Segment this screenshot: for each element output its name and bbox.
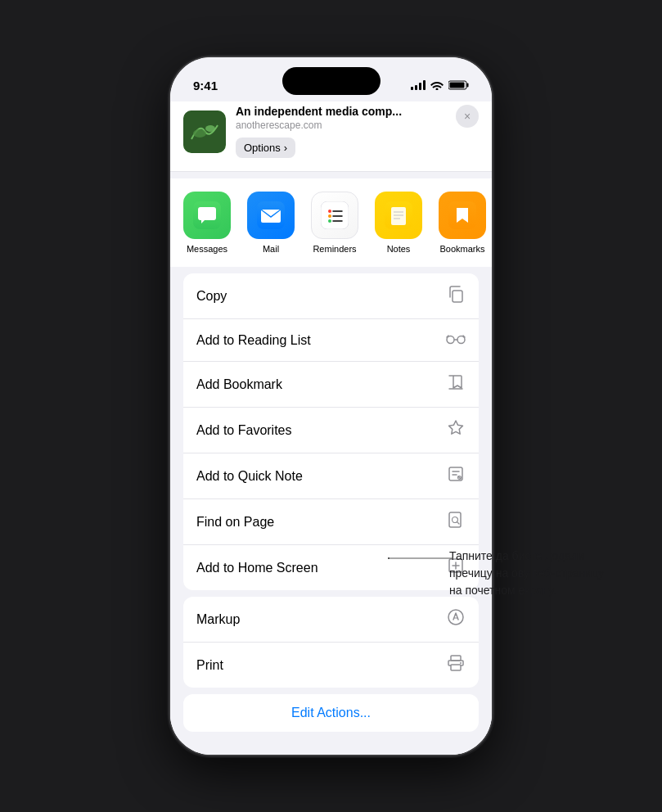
svg-rect-1 <box>467 83 469 88</box>
share-sheet: An independent media comp... anotheresca… <box>170 102 492 755</box>
status-icons <box>411 80 469 90</box>
add-home-screen-action[interactable]: Add to Home Screen <box>183 545 479 590</box>
svg-rect-31 <box>451 656 461 661</box>
site-url: anotherescape.com <box>236 120 479 131</box>
share-header: An independent media comp... anotheresca… <box>170 102 492 172</box>
svg-point-33 <box>460 662 462 664</box>
annotation: Тапните да бисте додали пречицу на ову в… <box>449 548 613 599</box>
status-time: 9:41 <box>193 79 218 92</box>
messages-icon <box>183 192 231 239</box>
copy-icon <box>446 285 466 307</box>
notes-label: Notes <box>387 244 411 254</box>
app-icons-row: Messages Mail <box>170 178 492 267</box>
options-button[interactable]: Options › <box>236 138 295 158</box>
annotation-text: Тапните да бисте додали пречицу на ову в… <box>449 548 613 599</box>
main-content: An independent media comp... anotheresca… <box>170 102 492 755</box>
svg-rect-32 <box>451 665 461 670</box>
site-info: An independent media comp... anotheresca… <box>236 105 479 158</box>
print-action[interactable]: Print <box>183 643 479 688</box>
quick-note-icon <box>446 465 466 487</box>
markup-action[interactable]: Markup <box>183 597 479 643</box>
svg-rect-9 <box>321 201 349 229</box>
annotation-arrow <box>388 557 453 559</box>
add-quick-note-action[interactable]: Add to Quick Note <box>183 453 479 499</box>
svg-rect-17 <box>391 207 406 225</box>
svg-point-5 <box>205 125 215 132</box>
action-list-2: Markup Print <box>183 597 479 688</box>
add-bookmark-action[interactable]: Add Bookmark <box>183 362 479 408</box>
dynamic-island <box>282 67 381 95</box>
svg-point-24 <box>457 336 465 344</box>
add-reading-list-action[interactable]: Add to Reading List <box>183 319 479 362</box>
signal-icon <box>411 80 426 90</box>
svg-rect-22 <box>453 291 462 302</box>
app-icon-notes[interactable]: Notes <box>375 192 422 254</box>
svg-point-10 <box>328 210 331 213</box>
svg-point-30 <box>448 610 463 625</box>
reminders-icon <box>311 192 358 239</box>
glasses-icon <box>446 331 466 350</box>
edit-actions-container: Edit Actions... <box>183 694 479 732</box>
more-label: Bookmarks <box>439 244 484 254</box>
mail-label: Mail <box>263 244 279 254</box>
phone-frame: 9:41 <box>170 57 492 755</box>
notes-icon <box>375 192 422 239</box>
battery-icon <box>448 80 469 90</box>
wifi-icon <box>430 80 444 90</box>
more-icon <box>439 192 486 239</box>
reminders-label: Reminders <box>313 244 356 254</box>
app-icon-more[interactable]: Bookmarks <box>439 192 486 254</box>
copy-action[interactable]: Copy <box>183 273 479 319</box>
svg-point-12 <box>328 214 331 218</box>
star-icon <box>446 419 466 441</box>
svg-rect-2 <box>450 83 465 88</box>
book-icon <box>446 373 466 395</box>
app-icon-messages[interactable]: Messages <box>183 192 231 254</box>
messages-label: Messages <box>187 244 227 254</box>
svg-point-4 <box>193 129 206 138</box>
svg-rect-27 <box>449 512 461 527</box>
svg-point-35 <box>388 557 390 559</box>
add-favorites-action[interactable]: Add to Favorites <box>183 408 479 453</box>
printer-icon <box>446 654 466 676</box>
site-thumbnail <box>183 111 226 153</box>
find-icon <box>446 511 466 533</box>
find-on-page-action[interactable]: Find on Page <box>183 499 479 545</box>
mail-icon <box>247 192 295 239</box>
app-icon-mail[interactable]: Mail <box>247 192 295 254</box>
svg-point-23 <box>447 336 454 344</box>
markup-icon <box>446 608 466 630</box>
edit-actions-button[interactable]: Edit Actions... <box>183 694 479 732</box>
action-list: Copy Add to Reading List <box>183 273 479 590</box>
site-title: An independent media comp... <box>236 105 479 118</box>
app-icon-reminders[interactable]: Reminders <box>311 192 358 254</box>
close-button[interactable]: × <box>456 105 479 128</box>
svg-point-14 <box>328 219 331 223</box>
